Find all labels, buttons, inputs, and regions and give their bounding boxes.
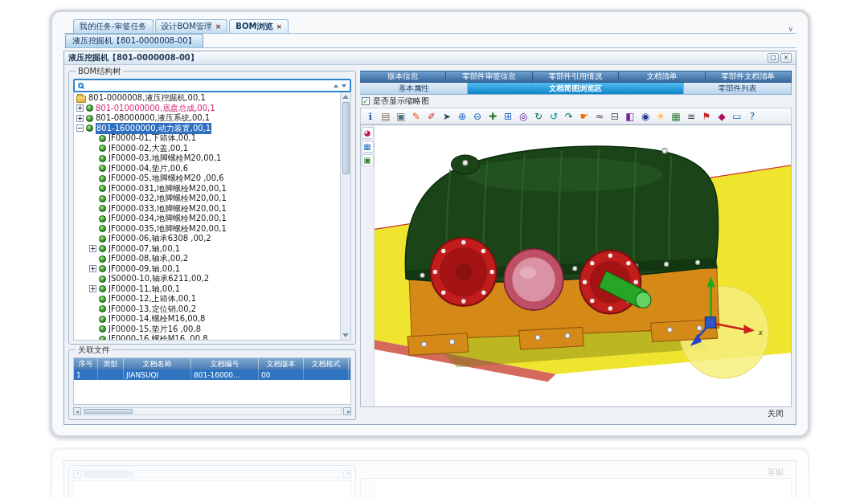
close-link[interactable]: 关闭 — [768, 408, 784, 419]
tree-item[interactable]: JF0000-01,下箱体,00,1 — [74, 133, 340, 144]
tab-close-icon[interactable]: × — [215, 23, 222, 31]
detail-subtab[interactable]: 基本属性 — [360, 83, 468, 95]
files-column-header[interactable]: 类型 — [98, 358, 124, 369]
maximize-button[interactable]: □ — [768, 53, 779, 63]
bulb-icon[interactable]: ☀ — [653, 109, 668, 123]
edit-icon[interactable]: ✎ — [409, 109, 424, 123]
monitor-icon[interactable]: ▭ — [730, 109, 744, 123]
print-icon[interactable]: ▣ — [394, 109, 408, 123]
zoom-out-icon[interactable]: ⊖ — [470, 109, 485, 123]
select-icon[interactable]: ➤ — [440, 109, 454, 123]
tree-item[interactable]: 801-0000008,液压挖掘机,00,1 — [74, 93, 340, 104]
orbit-icon[interactable]: ↺ — [547, 109, 561, 123]
image-icon[interactable]: ▦ — [669, 109, 683, 123]
tree-item[interactable]: JF0000-05,地脚螺栓M20 ,00,6 — [74, 173, 340, 184]
tree-item[interactable]: JS0000-10,轴承6211,00,2 — [74, 274, 340, 284]
scrollbar-track[interactable] — [83, 407, 342, 415]
curve-icon[interactable]: ≈ — [592, 109, 607, 123]
tree-item[interactable]: JF0000-03,地脚螺栓M20,00,1 — [74, 153, 340, 164]
tree-item[interactable]: JF0000-035,地脚螺栓M20,00,1 — [74, 224, 340, 235]
open-doc-icon[interactable]: ▤ — [379, 109, 393, 123]
main-tab[interactable]: 设计BOM管理 × — [155, 19, 228, 33]
bom-tag-icon[interactable]: ◆ — [714, 109, 729, 123]
scroll-up-icon[interactable] — [342, 95, 349, 99]
tree-item[interactable]: + 801-010000000,底盘总成,00,1 — [74, 104, 340, 114]
zoom-window-icon[interactable]: ⊞ — [501, 109, 515, 123]
flag-icon[interactable]: ⚑ — [699, 109, 714, 123]
tree-expander-icon[interactable]: + — [76, 104, 84, 112]
tree-item[interactable]: JF0000-031,地脚螺栓M20,00,1 — [74, 184, 340, 194]
tree-item[interactable]: JF0000-04,垫片,00,6 — [74, 164, 340, 174]
tree-expander-icon[interactable]: + — [89, 285, 96, 292]
thumbnail-checkbox[interactable]: ✓ — [362, 97, 370, 105]
spin-icon[interactable]: ↷ — [562, 109, 576, 123]
tree-item[interactable]: − 801-16000000,动力装置,00,1 — [74, 124, 340, 134]
tree-item[interactable]: + JF0000-09,轴,00,1 — [74, 264, 340, 275]
scroll-down-icon[interactable] — [342, 333, 349, 337]
detail-tab[interactable]: 零部件引用情况 — [533, 71, 619, 83]
tree-item[interactable]: JF0000-13,定位销,00,2 — [74, 304, 340, 315]
tree-expander-icon[interactable]: + — [89, 265, 96, 272]
detail-subtab[interactable]: 文档简图浏览区 — [468, 83, 684, 95]
detail-tab[interactable]: 文档清单 — [619, 71, 705, 83]
files-scrollbar[interactable] — [73, 406, 351, 416]
help-icon[interactable]: ? — [745, 109, 760, 123]
files-column-header[interactable]: 文档版本 — [259, 358, 304, 369]
files-column-header[interactable]: 文档编号 — [191, 358, 259, 369]
files-column-header[interactable]: 序号 — [74, 358, 98, 369]
expand-all-icon[interactable] — [342, 84, 346, 88]
tab-close-icon[interactable]: × — [276, 23, 282, 31]
tree-item[interactable]: + JF0000-07,轴,00,1 — [74, 244, 340, 255]
hand-pan-icon[interactable]: ☛ — [577, 109, 592, 123]
tree-scrollbar[interactable] — [340, 92, 350, 340]
views-grid-icon[interactable]: ⊟ — [608, 109, 622, 123]
scroll-right-icon[interactable] — [343, 407, 351, 415]
collapse-all-icon[interactable] — [334, 84, 338, 88]
file-doc-name: JIANSUQI — [124, 369, 191, 380]
tree-expander-icon[interactable]: + — [76, 115, 84, 122]
tree-item[interactable]: JF0000-06,轴承6308 ,00,2 — [74, 234, 340, 244]
pan-icon[interactable]: ✚ — [485, 109, 500, 123]
tree-item[interactable]: JF0000-032,地脚螺栓M20,00,1 — [74, 194, 340, 204]
tree-item[interactable]: + 801-08000000,液压系统,00,1 — [74, 113, 340, 124]
files-column-header[interactable]: 文档格式 — [304, 358, 349, 369]
tree-item[interactable]: JF0000-033,地脚螺栓M20,00,1 — [74, 204, 340, 214]
scroll-left-icon[interactable] — [73, 407, 81, 415]
tree-expander-icon[interactable]: − — [76, 124, 84, 132]
files-column-header[interactable]: 文档名称 — [124, 358, 191, 369]
main-tab[interactable]: 我的任务-审签任务 — [73, 19, 154, 33]
info-icon[interactable]: ℹ — [363, 109, 378, 123]
files-table-row[interactable]: 1 JIANSUQI 801-16000... 00 — [74, 369, 350, 380]
main-tab[interactable]: BOM浏览 × — [229, 19, 289, 33]
camera-icon[interactable]: ◉ — [638, 109, 653, 123]
tree-expander-icon[interactable]: + — [89, 245, 96, 252]
rotate-icon[interactable]: ↻ — [531, 109, 546, 123]
layers-icon[interactable]: ≡ — [684, 109, 698, 123]
scrollbar-thumb[interactable] — [342, 102, 350, 174]
tree-item[interactable]: JF0000-16,螺栓M16 ,00,8 — [74, 334, 340, 340]
close-window-button[interactable]: × — [780, 53, 792, 63]
tree-item[interactable]: + JF0000-11,轴,00,1 — [74, 284, 340, 295]
zoom-fit-icon[interactable]: ◎ — [516, 109, 530, 123]
detail-tab[interactable]: 零部件审签信息 — [446, 71, 532, 83]
tree-item[interactable]: JF0000-034,地脚螺栓M20,00,1 — [74, 214, 340, 224]
tree-item[interactable]: JF0000-08,轴承,00,2 — [74, 254, 340, 264]
tree-item[interactable]: JF0000-15,垫片16 ,00,8 — [74, 325, 340, 335]
preview-icon[interactable]: ▣ — [362, 154, 374, 166]
tree-item[interactable]: JF0000-02,大盖,00,1 — [74, 144, 340, 154]
palette-icon[interactable]: ◕ — [362, 127, 374, 139]
tab-overflow-icon[interactable]: ∨ — [784, 25, 796, 33]
redline-icon[interactable]: ✐ — [424, 109, 439, 123]
model-3d-scene[interactable]: x — [375, 125, 791, 406]
tree-item[interactable]: JF0000-14,螺栓M16,00,8 — [74, 314, 340, 325]
search-input[interactable] — [87, 81, 330, 91]
zoom-in-icon[interactable]: ⊕ — [455, 109, 469, 123]
detail-subtab[interactable]: 零部件列表 — [684, 83, 792, 95]
tree-item[interactable]: JF0000-12,上箱体,00,1 — [74, 294, 340, 304]
thumbnail-grid-icon[interactable]: ▦ — [362, 141, 374, 153]
detail-tab[interactable]: 零部件文档清单 — [706, 71, 792, 83]
scrollbar-thumb[interactable] — [84, 409, 133, 414]
detail-tab[interactable]: 版本信息 — [360, 71, 446, 83]
section-icon[interactable]: ◧ — [623, 109, 637, 123]
document-tab[interactable]: 液压挖掘机【801-0000008-00】 — [65, 34, 203, 47]
